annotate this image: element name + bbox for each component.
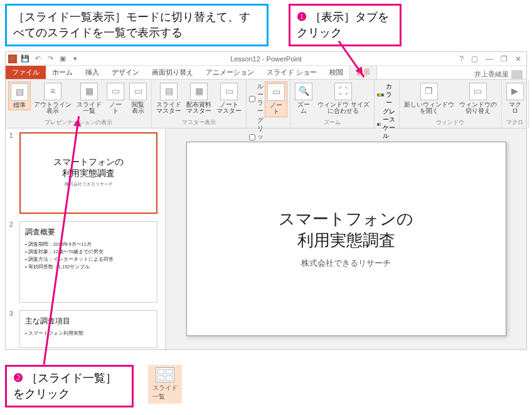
group-zoom: 🔍ズーム ⛶ウィンドウ サイズ に合わせる ズーム (290, 80, 375, 128)
quick-access-toolbar: P 💾 ↶ ↷ ▣ ▾ (6, 55, 80, 63)
undo-icon[interactable]: ↶ (33, 55, 42, 63)
user-name[interactable]: 井上香緒里 (474, 70, 509, 79)
thumbnail-2[interactable]: 2 調査概要 調査期間：2013年9月〜11月 調査対象：12歳〜70歳までの男… (9, 221, 161, 303)
slide-editor[interactable]: スマートフォンの 利用実態調査 株式会社できるリサーチ (166, 129, 526, 349)
slide-sorter-zoom-icon (156, 367, 174, 382)
tab-animations[interactable]: アニメーション (200, 66, 260, 79)
switch-window-button[interactable]: ▭ウィンドウの 切り替え (457, 81, 499, 116)
thumb-number: 3 (9, 310, 16, 348)
notes-icon: ▭ (267, 83, 285, 101)
redo-icon[interactable]: ↷ (46, 55, 55, 63)
thumb-bullets: 調査期間：2013年9月〜11月 調査対象：12歳〜70歳までの男女 調査方法：… (25, 241, 152, 270)
thumbnail-1[interactable]: 1 スマートフォンの 利用実態調査 株式会社できるリサーチ (9, 132, 161, 214)
thumb-number: 2 (9, 221, 16, 303)
slide-sorter-button[interactable]: ▦スライド 一覧 (75, 81, 104, 116)
step1-callout: ❶ ［表示］タブをクリック (289, 4, 402, 46)
slide-master-icon: ▤ (160, 83, 178, 100)
reading-view-button[interactable]: ▭閲覧表示 (127, 81, 149, 116)
thumbnail-3[interactable]: 3 主な調査項目 スマートフォン利用実態 (9, 310, 161, 348)
notes-page-button[interactable]: ▭ノート (105, 81, 126, 116)
new-window-button[interactable]: ❐新しいウィンドウ を開く (402, 81, 456, 116)
group-macros: ▶マクロ マクロ (502, 80, 529, 128)
zoom-button[interactable]: 🔍ズーム (293, 81, 314, 116)
tab-review[interactable]: 校閲 (323, 66, 349, 79)
tab-home[interactable]: ホーム (46, 66, 79, 79)
outline-view-icon: ≡ (44, 83, 61, 100)
ribbon: ▤標準 ≡アウトライン 表示 ▦スライド 一覧 ▭ノート ▭閲覧表示 プレゼンテ… (6, 80, 526, 129)
ribbon-options-icon[interactable]: ▢ (469, 55, 481, 63)
color-button[interactable]: カラー (377, 83, 396, 107)
group-color: カラー グレースケール 白黒 カラー/グレースケール (375, 80, 400, 128)
group-show: ルーラー グリッド線 ガイド ▭ノート 表示 (247, 80, 290, 128)
start-show-icon[interactable]: ▣ (58, 55, 67, 63)
macros-icon: ▶ (506, 83, 524, 100)
thumbnail-pane[interactable]: 1 スマートフォンの 利用実態調査 株式会社できるリサーチ 2 調査概要 調査期… (6, 129, 166, 349)
slide-title: スマートフォンの 利用実態調査 (279, 209, 413, 251)
ribbon-tabs: ファイル ホーム 挿入 デザイン 画面切り替え アニメーション スライド ショー… (6, 66, 526, 80)
thumb-bullets: スマートフォン利用実態 (25, 330, 152, 337)
workspace: 1 スマートフォンの 利用実態調査 株式会社できるリサーチ 2 調査概要 調査期… (6, 129, 526, 349)
group-label-master-views: マスター表示 (154, 118, 243, 127)
powerpoint-icon: P (8, 55, 17, 63)
window-title: Lesson12 - PowerPoint (230, 55, 302, 63)
tab-insert[interactable]: 挿入 (79, 66, 105, 79)
minimize-icon[interactable]: — (483, 55, 496, 63)
group-label-zoom: ズーム (293, 118, 371, 127)
tab-file[interactable]: ファイル (6, 66, 46, 79)
notes-master-button[interactable]: ▭ノート マスター (215, 81, 243, 116)
zoom-icon: 🔍 (295, 83, 312, 100)
notes-button[interactable]: ▭ノート (265, 81, 287, 117)
slide-thumb-2[interactable]: 調査概要 調査期間：2013年9月〜11月 調査対象：12歳〜70歳までの男女 … (19, 221, 157, 303)
powerpoint-window: P 💾 ↶ ↷ ▣ ▾ Lesson12 - PowerPoint ? ▢ — … (5, 51, 527, 350)
outline-view-button[interactable]: ≡アウトライン 表示 (32, 81, 73, 116)
group-master-views: ▤スライド マスター ▦配布資料 マスター ▭ノート マスター マスター表示 (152, 80, 247, 128)
slide-sorter-icon: ▦ (80, 83, 98, 100)
grayscale-swatch-icon (377, 123, 381, 126)
fit-window-button[interactable]: ⛶ウィンドウ サイズ に合わせる (316, 81, 371, 116)
notes-page-icon: ▭ (107, 83, 124, 100)
thumb-subtitle: 株式会社できるリサーチ (26, 181, 151, 187)
switch-window-icon: ▭ (469, 83, 487, 100)
fit-window-icon: ⛶ (334, 83, 352, 100)
notes-master-icon: ▭ (220, 83, 238, 100)
new-window-icon: ❐ (420, 83, 438, 100)
thumb-title: 調査概要 (25, 227, 152, 238)
step2-num: ❷ (13, 372, 23, 384)
step1-num: ❶ (297, 11, 307, 23)
tab-transitions[interactable]: 画面切り替え (146, 66, 200, 79)
save-icon[interactable]: 💾 (21, 55, 29, 63)
tab-design[interactable]: デザイン (105, 66, 146, 79)
group-label-macros: マクロ (504, 118, 526, 127)
close-icon[interactable]: ✕ (513, 55, 524, 63)
slide-sorter-zoom-button[interactable]: スライド 一覧 (148, 365, 182, 404)
step2-callout: ❷ ［スライド一覧］をクリック (5, 365, 134, 407)
slide-sorter-zoom-label: スライド 一覧 (152, 384, 178, 401)
instruction-callout: ［スライド一覧表示］モードに切り替えて、すべてのスライドを一覧で表示する (5, 4, 269, 46)
step2-text: ［スライド一覧］をクリック (13, 372, 117, 400)
reading-view-icon: ▭ (129, 83, 147, 100)
normal-view-button[interactable]: ▤標準 (8, 81, 31, 110)
help-icon[interactable]: ? (457, 55, 466, 63)
slide-subtitle: 株式会社できるリサーチ (301, 258, 391, 269)
slide-thumb-1[interactable]: スマートフォンの 利用実態調査 株式会社できるリサーチ (19, 132, 157, 214)
titlebar: P 💾 ↶ ↷ ▣ ▾ Lesson12 - PowerPoint ? ▢ — … (6, 52, 526, 66)
thumb-number: 1 (9, 132, 16, 214)
tab-slideshow[interactable]: スライド ショー (260, 66, 323, 79)
instruction-text: ［スライド一覧表示］モードに切り替えて、すべてのスライドを一覧で表示する (13, 11, 250, 39)
thumb-title: 主な調査項目 (25, 316, 152, 327)
restore-icon[interactable]: ❐ (498, 55, 510, 63)
thumb-title: スマートフォンの 利用実態調査 (26, 156, 151, 179)
ruler-checkbox[interactable]: ルーラー (249, 83, 263, 115)
qat-dropdown-icon[interactable]: ▾ (71, 55, 80, 63)
slide-thumb-3[interactable]: 主な調査項目 スマートフォン利用実態 (19, 310, 157, 348)
group-window: ❐新しいウィンドウ を開く ▭ウィンドウの 切り替え ウィンドウ (400, 80, 502, 128)
window-controls: ? ▢ — ❐ ✕ (457, 55, 526, 63)
group-label-window: ウィンドウ (402, 118, 499, 127)
step1-text: ［表示］タブをクリック (297, 11, 389, 39)
user-avatar-icon[interactable] (511, 70, 523, 79)
normal-view-icon: ▤ (11, 83, 28, 101)
current-slide[interactable]: スマートフォンの 利用実態調査 株式会社できるリサーチ (186, 142, 506, 336)
macros-button[interactable]: ▶マクロ (504, 81, 526, 116)
handout-master-button[interactable]: ▦配布資料 マスター (184, 81, 213, 116)
slide-master-button[interactable]: ▤スライド マスター (154, 81, 183, 116)
